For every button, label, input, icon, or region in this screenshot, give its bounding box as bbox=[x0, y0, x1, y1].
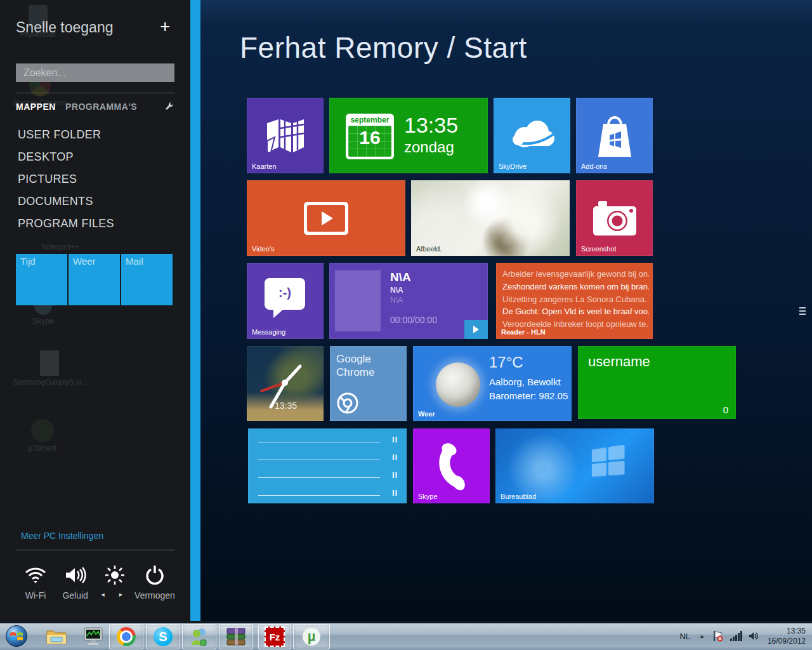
network-signal-icon[interactable] bbox=[730, 631, 742, 641]
hidden-icons-arrow[interactable]: ▲ bbox=[699, 633, 705, 639]
tile-videos[interactable]: Video's bbox=[247, 180, 405, 256]
calendar-time: 13:35 bbox=[404, 113, 458, 138]
tile-calendar[interactable]: september 16 13:35 zondag bbox=[329, 98, 488, 173]
play-button[interactable] bbox=[464, 320, 488, 339]
volume-tray-icon[interactable] bbox=[749, 631, 759, 641]
smiley-text: :-) bbox=[265, 286, 305, 300]
divider bbox=[16, 550, 174, 550]
tile-kaarten[interactable]: Kaarten bbox=[247, 98, 324, 173]
mini-tile-weer[interactable]: Weer bbox=[69, 254, 120, 305]
taskbar-skype-button[interactable]: S bbox=[146, 624, 180, 649]
progress-line bbox=[258, 495, 380, 496]
sidebar-item-documents[interactable]: DOCUMENTS bbox=[18, 195, 93, 208]
wifi-control[interactable]: Wi-Fi bbox=[16, 564, 55, 600]
tile-label: Google Chrome bbox=[336, 352, 407, 380]
tab-programmas[interactable]: PROGRAMMA'S bbox=[65, 102, 137, 112]
wrench-icon[interactable] bbox=[165, 102, 174, 110]
search-input[interactable] bbox=[16, 63, 174, 82]
sidebar-item-desktop[interactable]: DESKTOP bbox=[18, 150, 74, 164]
skype-icon: S bbox=[154, 627, 173, 646]
tile-weer[interactable]: 17°C Aalborg, Bewolkt Barometer: 982.05 … bbox=[413, 346, 572, 421]
username-count: 0 bbox=[723, 404, 728, 415]
music-album: N\A bbox=[390, 296, 403, 305]
filezilla-icon: Fz bbox=[265, 627, 285, 647]
taskbar-winrar-button[interactable] bbox=[219, 624, 253, 649]
tile-skydrive[interactable]: SkyDrive bbox=[494, 98, 570, 173]
headline: Zeshonderd varkens komen om bij bran... bbox=[502, 281, 649, 293]
taskbar-filezilla-button[interactable]: Fz bbox=[258, 624, 291, 649]
desktop-icon-notepad: Notepad++ bbox=[25, 242, 95, 251]
start-button[interactable] bbox=[4, 624, 29, 648]
pause-icon[interactable]: II bbox=[392, 435, 398, 444]
tile-label: Messaging bbox=[252, 328, 285, 336]
tile-label: Screenshot bbox=[581, 245, 617, 253]
tile-afbeeldingen[interactable]: Afbeeld. bbox=[411, 180, 570, 256]
divider bbox=[16, 93, 174, 93]
taskbar-chrome-button[interactable] bbox=[109, 624, 143, 649]
weather-location: Aalborg, Bewolkt bbox=[489, 376, 561, 387]
pause-icon[interactable]: II bbox=[392, 471, 398, 480]
tile-google-chrome[interactable]: Google Chrome bbox=[330, 346, 407, 421]
tile-clock[interactable]: 13:35 bbox=[247, 346, 324, 421]
more-pc-settings-link[interactable]: Meer PC Instellingen bbox=[21, 531, 103, 541]
tile-music[interactable]: N\A N\A N\A 00:00/00:00 bbox=[329, 263, 488, 339]
taskbar-utorrent-button[interactable]: µ bbox=[293, 624, 330, 649]
tile-skype[interactable]: Skype bbox=[413, 428, 490, 503]
tray-date: 16/09/2012 bbox=[768, 636, 806, 646]
tile-label: Reader - HLN bbox=[501, 328, 546, 336]
tile-addons[interactable]: Add-ons bbox=[576, 98, 653, 173]
mini-tile-tijd[interactable]: Tijd bbox=[16, 254, 67, 305]
brightness-control[interactable]: ◂ ▸ bbox=[95, 564, 134, 600]
language-indicator[interactable]: NL bbox=[679, 632, 690, 641]
moon-icon bbox=[436, 362, 480, 407]
weather-barometer: Barometer: 982.05 bbox=[489, 390, 568, 401]
pause-icon[interactable]: II bbox=[392, 489, 398, 498]
sidebar-item-user-folder[interactable]: USER FOLDER bbox=[18, 128, 101, 142]
brightness-sun-icon bbox=[105, 564, 124, 587]
speech-bubble-icon: :-) bbox=[265, 278, 305, 310]
messenger-icon bbox=[189, 627, 209, 646]
tile-label: Kaarten bbox=[252, 162, 277, 170]
start-screen-edge-strip[interactable] bbox=[190, 0, 200, 621]
progress-line bbox=[258, 442, 380, 442]
music-time: 00:00/00:00 bbox=[390, 315, 437, 325]
play-icon bbox=[473, 326, 479, 333]
splitter-grip-right[interactable] bbox=[799, 307, 806, 315]
start-orb-icon bbox=[5, 625, 28, 647]
power-control[interactable]: Vermogen bbox=[135, 564, 174, 600]
tile-label: Afbeeld. bbox=[416, 245, 442, 253]
taskbar-explorer-button[interactable] bbox=[42, 624, 71, 648]
taskbar-messenger-button[interactable] bbox=[182, 624, 216, 649]
chrome-icon bbox=[117, 627, 136, 646]
wifi-icon bbox=[25, 564, 46, 587]
brightness-arrows[interactable]: ◂ ▸ bbox=[101, 590, 129, 599]
tile-messaging[interactable]: :-) Messaging bbox=[247, 263, 324, 339]
volume-control[interactable]: Geluid bbox=[56, 564, 95, 600]
tray-time: 13:35 bbox=[768, 626, 806, 636]
action-center-flag-icon[interactable] bbox=[712, 630, 724, 642]
sidebar-title: Snelle toegang bbox=[16, 19, 113, 36]
page-title: Ferhat Remory / Start bbox=[240, 30, 527, 65]
mini-tile-mail[interactable]: Mail bbox=[121, 254, 173, 305]
tile-downloads[interactable]: II II II II bbox=[248, 428, 407, 503]
progress-line bbox=[258, 460, 380, 460]
sidebar-item-pictures[interactable]: PICTURES bbox=[18, 173, 77, 186]
tile-username[interactable]: username 0 bbox=[578, 346, 736, 419]
utorrent-icon: µ bbox=[303, 628, 320, 646]
sidebar-item-program-files[interactable]: PROGRAM FILES bbox=[18, 217, 114, 230]
taskbar: S Fz µ NL ▲ bbox=[0, 621, 812, 650]
tile-label: Add-ons bbox=[581, 162, 607, 170]
clock-tray[interactable]: 13:35 16/09/2012 bbox=[768, 626, 806, 646]
add-button[interactable]: + bbox=[160, 18, 170, 36]
tile-screenshot[interactable]: Screenshot bbox=[576, 180, 653, 256]
tile-reader[interactable]: Arbeider levensgevaarlijk gewond bij on.… bbox=[496, 263, 653, 339]
tab-mappen[interactable]: MAPPEN bbox=[16, 102, 56, 112]
quick-access-sidebar: Prullenbak Google Chrome Notepad++ Skype… bbox=[0, 0, 191, 621]
pause-icon[interactable]: II bbox=[392, 453, 398, 462]
weather-temperature: 17°C bbox=[489, 354, 523, 371]
taskbar-system-monitor-button[interactable] bbox=[79, 624, 108, 648]
calendar-month: september bbox=[346, 114, 394, 126]
tile-label: Weer bbox=[418, 410, 435, 418]
winrar-icon bbox=[226, 627, 246, 646]
tile-bureaublad[interactable]: Bureaublad bbox=[495, 428, 654, 503]
